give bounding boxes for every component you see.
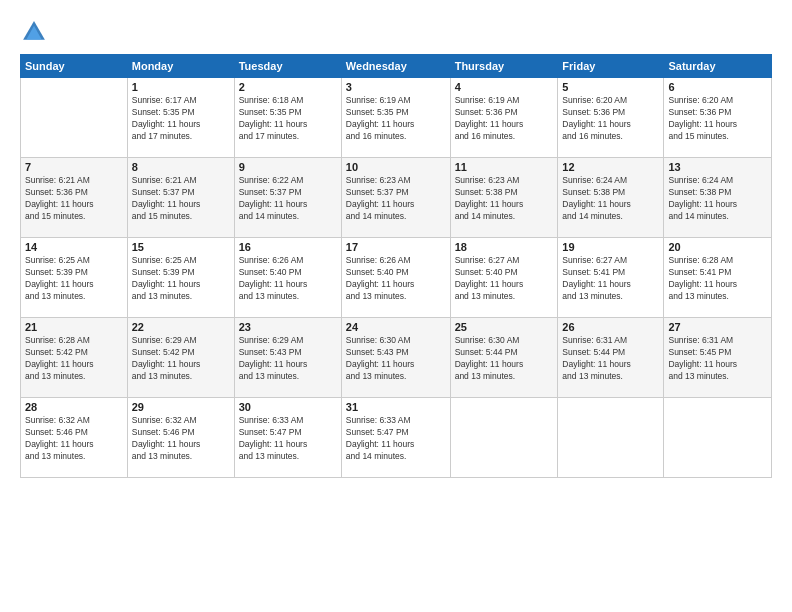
calendar-cell: 24Sunrise: 6:30 AMSunset: 5:43 PMDayligh… bbox=[341, 318, 450, 398]
calendar-cell: 19Sunrise: 6:27 AMSunset: 5:41 PMDayligh… bbox=[558, 238, 664, 318]
day-info: Sunrise: 6:33 AMSunset: 5:47 PMDaylight:… bbox=[346, 415, 446, 463]
day-info: Sunrise: 6:19 AMSunset: 5:36 PMDaylight:… bbox=[455, 95, 554, 143]
calendar-cell: 23Sunrise: 6:29 AMSunset: 5:43 PMDayligh… bbox=[234, 318, 341, 398]
day-info: Sunrise: 6:31 AMSunset: 5:44 PMDaylight:… bbox=[562, 335, 659, 383]
day-of-week-header: Friday bbox=[558, 55, 664, 78]
day-info: Sunrise: 6:20 AMSunset: 5:36 PMDaylight:… bbox=[562, 95, 659, 143]
day-info: Sunrise: 6:19 AMSunset: 5:35 PMDaylight:… bbox=[346, 95, 446, 143]
day-number: 20 bbox=[668, 241, 767, 253]
calendar-cell bbox=[21, 78, 128, 158]
day-number: 31 bbox=[346, 401, 446, 413]
day-info: Sunrise: 6:30 AMSunset: 5:44 PMDaylight:… bbox=[455, 335, 554, 383]
calendar-cell: 18Sunrise: 6:27 AMSunset: 5:40 PMDayligh… bbox=[450, 238, 558, 318]
day-info: Sunrise: 6:29 AMSunset: 5:42 PMDaylight:… bbox=[132, 335, 230, 383]
calendar-cell: 30Sunrise: 6:33 AMSunset: 5:47 PMDayligh… bbox=[234, 398, 341, 478]
day-info: Sunrise: 6:26 AMSunset: 5:40 PMDaylight:… bbox=[239, 255, 337, 303]
day-info: Sunrise: 6:23 AMSunset: 5:38 PMDaylight:… bbox=[455, 175, 554, 223]
day-number: 13 bbox=[668, 161, 767, 173]
calendar-cell: 7Sunrise: 6:21 AMSunset: 5:36 PMDaylight… bbox=[21, 158, 128, 238]
day-number: 14 bbox=[25, 241, 123, 253]
calendar-page: SundayMondayTuesdayWednesdayThursdayFrid… bbox=[0, 0, 792, 612]
calendar-cell: 25Sunrise: 6:30 AMSunset: 5:44 PMDayligh… bbox=[450, 318, 558, 398]
calendar-cell: 29Sunrise: 6:32 AMSunset: 5:46 PMDayligh… bbox=[127, 398, 234, 478]
calendar-cell: 22Sunrise: 6:29 AMSunset: 5:42 PMDayligh… bbox=[127, 318, 234, 398]
day-info: Sunrise: 6:17 AMSunset: 5:35 PMDaylight:… bbox=[132, 95, 230, 143]
day-number: 26 bbox=[562, 321, 659, 333]
day-number: 28 bbox=[25, 401, 123, 413]
day-of-week-header: Tuesday bbox=[234, 55, 341, 78]
calendar-cell: 27Sunrise: 6:31 AMSunset: 5:45 PMDayligh… bbox=[664, 318, 772, 398]
day-info: Sunrise: 6:27 AMSunset: 5:41 PMDaylight:… bbox=[562, 255, 659, 303]
day-info: Sunrise: 6:23 AMSunset: 5:37 PMDaylight:… bbox=[346, 175, 446, 223]
day-info: Sunrise: 6:25 AMSunset: 5:39 PMDaylight:… bbox=[25, 255, 123, 303]
calendar-cell: 5Sunrise: 6:20 AMSunset: 5:36 PMDaylight… bbox=[558, 78, 664, 158]
day-number: 3 bbox=[346, 81, 446, 93]
day-number: 8 bbox=[132, 161, 230, 173]
day-number: 17 bbox=[346, 241, 446, 253]
day-number: 9 bbox=[239, 161, 337, 173]
calendar-cell bbox=[450, 398, 558, 478]
logo bbox=[20, 18, 50, 46]
calendar-cell: 12Sunrise: 6:24 AMSunset: 5:38 PMDayligh… bbox=[558, 158, 664, 238]
day-info: Sunrise: 6:28 AMSunset: 5:42 PMDaylight:… bbox=[25, 335, 123, 383]
day-number: 2 bbox=[239, 81, 337, 93]
day-info: Sunrise: 6:21 AMSunset: 5:36 PMDaylight:… bbox=[25, 175, 123, 223]
calendar-cell: 9Sunrise: 6:22 AMSunset: 5:37 PMDaylight… bbox=[234, 158, 341, 238]
day-number: 21 bbox=[25, 321, 123, 333]
calendar-cell: 14Sunrise: 6:25 AMSunset: 5:39 PMDayligh… bbox=[21, 238, 128, 318]
calendar-cell: 11Sunrise: 6:23 AMSunset: 5:38 PMDayligh… bbox=[450, 158, 558, 238]
header bbox=[20, 18, 772, 46]
day-info: Sunrise: 6:33 AMSunset: 5:47 PMDaylight:… bbox=[239, 415, 337, 463]
day-of-week-header: Monday bbox=[127, 55, 234, 78]
day-number: 30 bbox=[239, 401, 337, 413]
calendar-table: SundayMondayTuesdayWednesdayThursdayFrid… bbox=[20, 54, 772, 478]
day-header-row: SundayMondayTuesdayWednesdayThursdayFrid… bbox=[21, 55, 772, 78]
calendar-cell: 16Sunrise: 6:26 AMSunset: 5:40 PMDayligh… bbox=[234, 238, 341, 318]
calendar-cell: 28Sunrise: 6:32 AMSunset: 5:46 PMDayligh… bbox=[21, 398, 128, 478]
day-number: 18 bbox=[455, 241, 554, 253]
day-number: 23 bbox=[239, 321, 337, 333]
calendar-week-row: 7Sunrise: 6:21 AMSunset: 5:36 PMDaylight… bbox=[21, 158, 772, 238]
day-info: Sunrise: 6:18 AMSunset: 5:35 PMDaylight:… bbox=[239, 95, 337, 143]
calendar-cell: 13Sunrise: 6:24 AMSunset: 5:38 PMDayligh… bbox=[664, 158, 772, 238]
day-number: 16 bbox=[239, 241, 337, 253]
day-number: 6 bbox=[668, 81, 767, 93]
calendar-cell: 3Sunrise: 6:19 AMSunset: 5:35 PMDaylight… bbox=[341, 78, 450, 158]
calendar-body: 1Sunrise: 6:17 AMSunset: 5:35 PMDaylight… bbox=[21, 78, 772, 478]
calendar-cell: 20Sunrise: 6:28 AMSunset: 5:41 PMDayligh… bbox=[664, 238, 772, 318]
calendar-cell: 6Sunrise: 6:20 AMSunset: 5:36 PMDaylight… bbox=[664, 78, 772, 158]
day-info: Sunrise: 6:24 AMSunset: 5:38 PMDaylight:… bbox=[668, 175, 767, 223]
calendar-cell: 8Sunrise: 6:21 AMSunset: 5:37 PMDaylight… bbox=[127, 158, 234, 238]
calendar-week-row: 1Sunrise: 6:17 AMSunset: 5:35 PMDaylight… bbox=[21, 78, 772, 158]
day-of-week-header: Sunday bbox=[21, 55, 128, 78]
day-number: 15 bbox=[132, 241, 230, 253]
calendar-header: SundayMondayTuesdayWednesdayThursdayFrid… bbox=[21, 55, 772, 78]
day-number: 1 bbox=[132, 81, 230, 93]
calendar-cell: 10Sunrise: 6:23 AMSunset: 5:37 PMDayligh… bbox=[341, 158, 450, 238]
day-info: Sunrise: 6:25 AMSunset: 5:39 PMDaylight:… bbox=[132, 255, 230, 303]
day-info: Sunrise: 6:32 AMSunset: 5:46 PMDaylight:… bbox=[25, 415, 123, 463]
calendar-week-row: 28Sunrise: 6:32 AMSunset: 5:46 PMDayligh… bbox=[21, 398, 772, 478]
day-number: 5 bbox=[562, 81, 659, 93]
calendar-cell: 26Sunrise: 6:31 AMSunset: 5:44 PMDayligh… bbox=[558, 318, 664, 398]
day-info: Sunrise: 6:27 AMSunset: 5:40 PMDaylight:… bbox=[455, 255, 554, 303]
day-info: Sunrise: 6:28 AMSunset: 5:41 PMDaylight:… bbox=[668, 255, 767, 303]
day-number: 22 bbox=[132, 321, 230, 333]
calendar-cell: 21Sunrise: 6:28 AMSunset: 5:42 PMDayligh… bbox=[21, 318, 128, 398]
day-info: Sunrise: 6:26 AMSunset: 5:40 PMDaylight:… bbox=[346, 255, 446, 303]
day-number: 11 bbox=[455, 161, 554, 173]
calendar-cell: 1Sunrise: 6:17 AMSunset: 5:35 PMDaylight… bbox=[127, 78, 234, 158]
generalblue-logo-icon bbox=[20, 18, 48, 46]
day-info: Sunrise: 6:32 AMSunset: 5:46 PMDaylight:… bbox=[132, 415, 230, 463]
calendar-cell bbox=[664, 398, 772, 478]
day-of-week-header: Thursday bbox=[450, 55, 558, 78]
calendar-cell: 17Sunrise: 6:26 AMSunset: 5:40 PMDayligh… bbox=[341, 238, 450, 318]
day-info: Sunrise: 6:31 AMSunset: 5:45 PMDaylight:… bbox=[668, 335, 767, 383]
day-number: 25 bbox=[455, 321, 554, 333]
calendar-cell: 31Sunrise: 6:33 AMSunset: 5:47 PMDayligh… bbox=[341, 398, 450, 478]
day-number: 10 bbox=[346, 161, 446, 173]
calendar-week-row: 21Sunrise: 6:28 AMSunset: 5:42 PMDayligh… bbox=[21, 318, 772, 398]
day-of-week-header: Saturday bbox=[664, 55, 772, 78]
calendar-cell: 15Sunrise: 6:25 AMSunset: 5:39 PMDayligh… bbox=[127, 238, 234, 318]
day-number: 29 bbox=[132, 401, 230, 413]
